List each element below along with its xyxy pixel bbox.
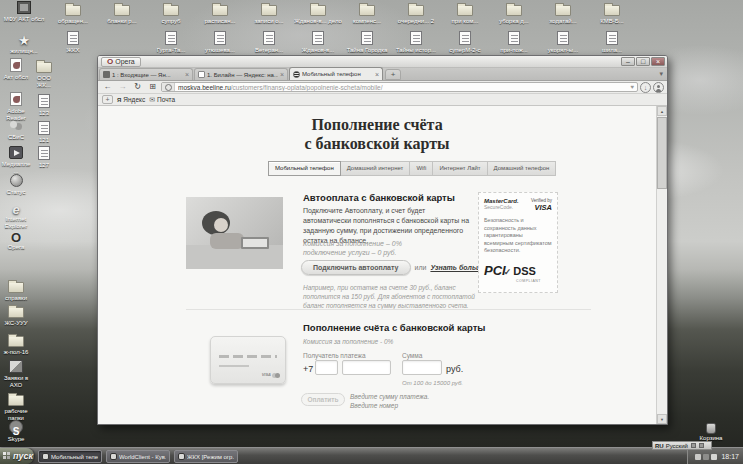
taskbar-task[interactable]: Мобильный теле... <box>38 450 102 463</box>
address-bar[interactable]: moskva.beeline.ru/customers/finansy-opla… <box>161 82 638 92</box>
desktop-icon-opera[interactable]: Opera <box>1 228 31 251</box>
speed-dial-icon[interactable]: ⊞ <box>146 82 159 93</box>
desktop-icon-app[interactable]: МФУ АКТ обсл <box>0 1 48 23</box>
browser-tab[interactable]: 1. Билайн — Яндекс: на... <box>194 68 288 80</box>
tray-icon[interactable] <box>703 454 709 460</box>
desktop-icon-folder[interactable]: обращен... <box>49 1 97 25</box>
desktop-icon-folder[interactable]: рабочие папки <box>1 391 31 422</box>
desktop-icon-folder[interactable]: очередни... 2 <box>392 1 440 25</box>
desktop-icon-folder[interactable]: КМВ-Б... <box>588 1 636 25</box>
close-button[interactable]: × <box>651 57 665 66</box>
desktop-icon-folder[interactable]: ж-пол-16 <box>1 332 31 356</box>
chevron-down-icon[interactable] <box>659 70 663 78</box>
bookmark-yandex[interactable]: Яндекс <box>117 96 145 103</box>
desktop-icon-doc[interactable]: утюшева... <box>196 31 244 54</box>
language-minimize-icon[interactable] <box>699 443 704 448</box>
desktop-icon-ie[interactable]: Internet Explorer <box>1 200 31 230</box>
new-tab-button[interactable]: + <box>385 69 401 80</box>
tab-bar: 1 : Входящие — Ян...1. Билайн — Яндекс: … <box>98 68 667 81</box>
language-bar[interactable]: RU Русский <box>652 441 712 450</box>
folder-icon <box>506 5 522 16</box>
page-content: Пополнение счёта с банковской карты Моби… <box>98 106 667 424</box>
forward-button[interactable]: → <box>116 82 129 93</box>
desktop-icon-doc[interactable]: Тайна Городка <box>343 31 391 54</box>
tab-close-icon[interactable] <box>280 71 284 78</box>
tab-close-icon[interactable] <box>185 71 189 78</box>
site-badge-icon[interactable] <box>162 83 175 91</box>
service-tab[interactable]: Wifi <box>409 161 433 176</box>
bookmarks-bar: Яндекс Почта <box>98 94 667 106</box>
minimize-button[interactable]: – <box>621 57 635 66</box>
folder-icon <box>212 5 228 16</box>
doc-icon <box>263 31 275 45</box>
desktop-icon-doc[interactable]: укорял-ы... <box>539 31 587 54</box>
service-tab[interactable]: Домашний телефон <box>487 161 557 176</box>
desktop-icon-doc[interactable]: 127 <box>31 146 57 169</box>
reload-button[interactable]: ↻ <box>131 82 144 93</box>
bookmark-mail[interactable]: Почта <box>149 96 175 104</box>
desktop-icon-folder[interactable]: ходатай... <box>539 1 587 25</box>
desktop-icon-media[interactable]: Медиапле... <box>1 146 31 175</box>
desktop-icon-star[interactable]: жилищн... <box>0 31 48 55</box>
opera-menu-button[interactable]: O Opera <box>101 57 141 67</box>
desktop-icon-doc[interactable]: Жданов-в... <box>294 31 342 54</box>
vertical-scrollbar[interactable] <box>656 106 667 424</box>
desktop-icon-doc[interactable]: шила... <box>588 31 636 54</box>
user-icon[interactable] <box>653 82 664 93</box>
bookmark-heart-icon[interactable] <box>630 84 634 90</box>
language-options-icon[interactable] <box>691 443 696 448</box>
desktop-icon-doc[interactable]: Тайны истор... <box>392 31 440 54</box>
desktop-icon-globe[interactable]: Статус <box>1 174 31 196</box>
service-tab[interactable]: Интернет Лайт <box>432 161 487 176</box>
desktop-icon-folder[interactable]: бланки р... <box>98 1 146 25</box>
taskbar-task[interactable]: ЖКХ [Режим огр... <box>174 450 238 463</box>
ie-icon <box>110 453 117 460</box>
folder-icon <box>163 5 179 16</box>
back-button[interactable]: ← <box>101 82 114 93</box>
tab-close-icon[interactable] <box>375 71 379 78</box>
icon-label: 127 <box>31 162 57 169</box>
desktop-icon-reader[interactable]: Adobe Reader <box>1 92 31 122</box>
desktop-icon-doc[interactable]: ЖКХ <box>49 31 97 54</box>
desktop-icon-folder[interactable]: справки <box>1 278 31 302</box>
download-icon[interactable] <box>640 82 651 93</box>
taskbar-clock: 18:17 <box>721 453 739 460</box>
start-button[interactable]: пуск <box>0 448 34 464</box>
desktop-icon-folder[interactable]: ООО ЖК... <box>31 58 57 89</box>
scrollbar-thumb[interactable] <box>657 117 667 189</box>
browser-tab[interactable]: 1 : Входящие — Ян... <box>99 68 193 80</box>
scroll-down-icon[interactable] <box>657 414 667 424</box>
desktop-icon-doc[interactable]: 121 <box>31 121 57 144</box>
desktop-icon-axo[interactable]: Заявки в АХО <box>1 360 31 389</box>
doc-icon <box>361 31 373 45</box>
desktop-icon-folder[interactable]: ЖС-УУУ <box>1 303 31 327</box>
restore-button[interactable]: □ <box>636 57 650 66</box>
add-bookmark-button[interactable] <box>102 95 113 104</box>
recycle-bin[interactable]: Корзина <box>689 423 733 442</box>
taskbar-task[interactable]: WorldClient - Кув... <box>106 450 170 463</box>
phone-code-input[interactable] <box>315 360 338 375</box>
service-tab[interactable]: Домашний интернет <box>340 161 411 176</box>
amount-input[interactable] <box>402 360 442 375</box>
desktop-icon-folder[interactable]: при ком... <box>441 1 489 25</box>
scroll-up-icon[interactable] <box>657 106 667 116</box>
desktop-icon-folder[interactable]: уборка д... <box>490 1 538 25</box>
connect-autopay-button[interactable]: Подключить автооплату <box>301 260 411 275</box>
service-tab[interactable]: Мобильный телефон <box>268 161 341 176</box>
desktop-icon-folder[interactable]: записи о... <box>245 1 293 25</box>
tray-icon[interactable] <box>695 454 701 460</box>
desktop-icon-people[interactable]: СБиС <box>1 119 31 141</box>
desktop-icon-folder[interactable]: Жданов-в... дело <box>294 1 342 25</box>
desktop-icon-pdf[interactable]: Акт обсл <box>1 58 31 81</box>
desktop-icon-doc[interactable]: Гурта-Та... <box>147 31 195 54</box>
desktop-icon-folder[interactable]: расписан... <box>196 1 244 25</box>
desktop-icon-folder[interactable]: супруб <box>147 1 195 25</box>
task-label: WorldClient - Кув... <box>119 454 166 460</box>
phone-number-input[interactable] <box>342 360 391 375</box>
pay-button[interactable]: Оплатить <box>301 393 345 406</box>
desktop-icon-skype[interactable]: Skype <box>1 420 31 443</box>
desktop-icon-folder[interactable]: компенс... <box>343 1 391 25</box>
tray-icon[interactable] <box>711 454 717 460</box>
browser-tab[interactable]: Мобильный телефон <box>289 67 383 80</box>
desktop-icon-doc[interactable]: 123 <box>31 94 57 117</box>
